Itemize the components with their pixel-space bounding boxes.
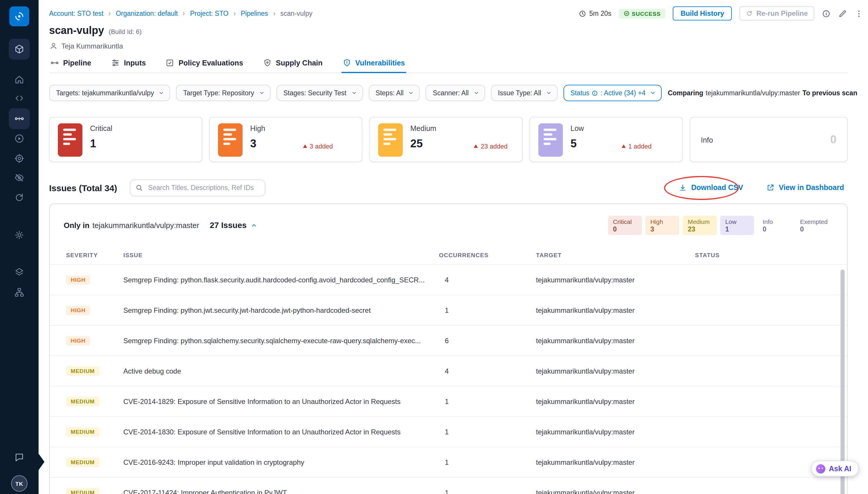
severity-summary-chips: Critical0 High3 Medium23 Low1 Info0 (607, 215, 833, 235)
column-target: TARGET (536, 252, 695, 259)
status-filter[interactable]: Status : Active (34) +4 (563, 85, 662, 101)
breadcrumb-pipelines[interactable]: Pipelines (241, 10, 268, 17)
steps-filter[interactable]: Steps: All (368, 85, 420, 101)
critical-icon (58, 124, 82, 157)
avatar-initials: TK (11, 475, 27, 492)
table-row[interactable]: MEDIUM Active debug code 4 tejakummariku… (50, 356, 847, 386)
chevron-down-icon (650, 90, 656, 96)
table-row[interactable]: HIGH Semgrep Finding: python.sqlalchemy.… (50, 326, 847, 356)
sidebar-item-hierarchy[interactable] (0, 287, 39, 298)
tab-policy-evaluations[interactable]: Policy Evaluations (165, 58, 244, 73)
sidebar-item-pipelines-active[interactable] (0, 108, 39, 129)
pipeline-tab-icon (50, 58, 59, 67)
column-status: STATUS (695, 252, 847, 259)
chevron-right-icon (107, 11, 112, 16)
severity-cards: Critical 1 High 3 3 added Medium (49, 117, 848, 162)
tab-inputs[interactable]: Inputs (110, 58, 147, 73)
info-button[interactable] (822, 9, 831, 18)
sidebar-item-stacks[interactable] (0, 267, 39, 278)
table-row[interactable]: MEDIUM CVE-2016-9243: Improper input val… (50, 447, 847, 478)
group-target: tejakummarikuntla/vulpy:master (92, 221, 199, 229)
search-box (130, 179, 266, 196)
sidebar: TK (0, 0, 39, 494)
sidebar-item-rescan[interactable] (0, 192, 39, 203)
external-link-icon (767, 184, 775, 192)
target-value: tejakummarikuntla/vulpy:master (536, 306, 695, 314)
status-badge: SUCCESS (619, 8, 666, 18)
sidebar-item-home[interactable] (0, 74, 39, 85)
sidebar-item-targets[interactable] (0, 153, 39, 164)
severity-badge: MEDIUM (66, 457, 99, 467)
issue-type-filter[interactable]: Issue Type: All (491, 85, 558, 101)
sidebar-item-hidden-scans[interactable] (0, 172, 39, 183)
view-in-dashboard-button[interactable]: View in Dashboard (763, 183, 848, 192)
target-value: tejakummarikuntla/vulpy:master (536, 337, 695, 345)
table-row[interactable]: HIGH Semgrep Finding: python.flask.secur… (50, 265, 847, 295)
column-issue: ISSUE (123, 252, 439, 259)
sidebar-item-settings[interactable] (0, 230, 39, 240)
severity-badge: HIGH (66, 275, 90, 284)
harness-logo[interactable] (0, 6, 39, 26)
scanner-filter[interactable]: Scanner: All (426, 85, 485, 101)
search-input[interactable] (130, 179, 266, 196)
rerun-pipeline-button[interactable]: Re-run Pipeline (739, 6, 814, 20)
sidebar-item-module-switcher[interactable] (0, 39, 39, 60)
triangle-up-icon (474, 144, 478, 149)
eye-off-icon (14, 172, 24, 183)
build-history-button[interactable]: Build History (673, 6, 732, 20)
build-id: (Build Id: 6) (109, 28, 142, 35)
added-indicator: 23 added (474, 142, 508, 150)
edit-button[interactable] (838, 9, 847, 18)
sidebar-item-feedback[interactable] (0, 452, 39, 462)
table-row[interactable]: MEDIUM CVE-2014-1829: Exposure of Sensit… (50, 386, 847, 417)
author-row: Teja Kummarikuntla (49, 41, 848, 50)
info-circle-icon (592, 90, 598, 96)
severity-card-low: Low 5 1 added (529, 117, 683, 162)
issue-title: Semgrep Finding: python.jwt.security.jwt… (123, 306, 439, 314)
tab-vulnerabilities[interactable]: Vulnerabilities (341, 58, 406, 73)
group-count-toggle[interactable]: 27 Issues (210, 221, 257, 230)
target-icon (14, 153, 24, 164)
occurrences-value: 4 (439, 367, 536, 375)
chat-icon (14, 452, 24, 462)
download-csv-button[interactable]: Download CSV (675, 183, 747, 192)
breadcrumb-project[interactable]: Project: STO (190, 10, 228, 17)
ask-ai-button[interactable]: Ask AI (811, 461, 859, 476)
added-indicator: 3 added (303, 142, 333, 150)
severity-badge: MEDIUM (66, 488, 99, 494)
table-scrollbar[interactable] (841, 269, 845, 494)
top-bar: Account: STO test Organization: default … (49, 7, 863, 19)
sidebar-item-code[interactable] (0, 93, 39, 103)
stages-filter[interactable]: Stages: Security Test (276, 85, 363, 101)
target-value: tejakummarikuntla/vulpy:master (536, 489, 695, 494)
issue-title: Semgrep Finding: python.sqlalchemy.secur… (123, 337, 439, 345)
occurrences-value: 1 (439, 306, 536, 314)
chip-medium: Medium23 (682, 215, 716, 235)
tab-pipeline[interactable]: Pipeline (49, 58, 92, 73)
page-title: scan-vulpy (49, 24, 104, 37)
pipelines-icon (14, 113, 24, 124)
issues-actions: Download CSV View in Dashboard (675, 183, 848, 192)
tab-supply-chain[interactable]: Supply Chain (262, 58, 324, 73)
user-avatar[interactable]: TK (0, 475, 39, 492)
breadcrumb-account[interactable]: Account: STO test (49, 10, 103, 17)
breadcrumb-current: scan-vulpy (280, 10, 312, 17)
target-value: tejakummarikuntla/vulpy:master (536, 458, 695, 466)
sidebar-item-executions[interactable] (0, 133, 39, 144)
author-name: Teja Kummarikuntla (61, 42, 123, 50)
more-options-button[interactable] (854, 9, 863, 18)
target-type-filter[interactable]: Target Type: Repository (176, 85, 271, 101)
tab-bar: Pipeline Inputs Policy Evaluations Suppl… (49, 58, 848, 73)
medium-icon (378, 124, 403, 157)
ai-assistant-icon (816, 464, 825, 473)
title-row: scan-vulpy (Build Id: 6) (49, 24, 848, 37)
rotate-icon (14, 192, 24, 203)
severity-badge: MEDIUM (66, 427, 99, 436)
table-row[interactable]: MEDIUM CVE-2014-1830: Exposure of Sensit… (50, 417, 847, 447)
high-icon (218, 124, 243, 157)
table-row[interactable]: HIGH Semgrep Finding: python.jwt.securit… (50, 295, 847, 326)
breadcrumb-organization[interactable]: Organization: default (116, 10, 178, 17)
targets-filter[interactable]: Targets: tejakummarikuntla/vulpy (49, 85, 170, 101)
kebab-menu-icon (854, 9, 863, 18)
table-row[interactable]: MEDIUM CVE-2017-11424: Improper Authenti… (50, 478, 847, 494)
